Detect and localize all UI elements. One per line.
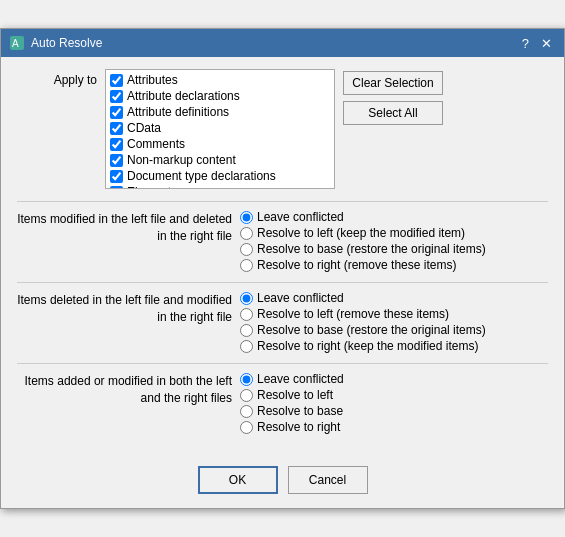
listbox-item: Non-markup content [108,152,332,168]
apply-to-checkbox-4[interactable] [110,138,123,151]
radio-label: Resolve to right (remove these items) [257,258,456,272]
radio-section1-1[interactable] [240,227,253,240]
apply-to-item-label: Attributes [127,73,178,87]
cancel-button[interactable]: Cancel [288,466,368,494]
title-bar-left: A Auto Resolve [9,35,102,51]
radio-section1-3[interactable] [240,259,253,272]
apply-to-checkbox-5[interactable] [110,154,123,167]
help-button[interactable]: ? [518,37,533,50]
radio-label: Resolve to base (restore the original it… [257,242,486,256]
radio-item: Resolve to right (keep the modified item… [240,339,486,353]
svg-text:A: A [12,38,19,49]
close-button[interactable]: ✕ [537,37,556,50]
apply-to-listbox[interactable]: AttributesAttribute declarationsAttribut… [105,69,335,189]
dialog-footer: OK Cancel [1,456,564,508]
radio-section2-1[interactable] [240,308,253,321]
radio-section1-2[interactable] [240,243,253,256]
radio-item: Resolve to left [240,388,344,402]
title-bar-controls: ? ✕ [518,37,556,50]
apply-to-item-label: Attribute declarations [127,89,240,103]
radio-section2-3[interactable] [240,340,253,353]
side-buttons: Clear Selection Select All [343,69,443,189]
apply-to-item-label: Comments [127,137,185,151]
apply-to-label: Apply to [17,69,97,87]
apply-to-item-label: Attribute definitions [127,105,229,119]
apply-to-checkbox-2[interactable] [110,106,123,119]
radio-group-2: Leave conflictedResolve to left (remove … [240,291,486,353]
listbox-item: Comments [108,136,332,152]
radio-group-3: Leave conflictedResolve to leftResolve t… [240,372,344,434]
clear-selection-button[interactable]: Clear Selection [343,71,443,95]
apply-to-checkbox-0[interactable] [110,74,123,87]
apply-to-item-label: Document type declarations [127,169,276,183]
apply-to-row: Apply to AttributesAttribute declaration… [17,69,548,189]
window-title: Auto Resolve [31,36,102,50]
auto-resolve-dialog: A Auto Resolve ? ✕ Apply to AttributesAt… [0,28,565,509]
apply-to-item-label: Elements [127,185,177,189]
radio-section3-1[interactable] [240,389,253,402]
radio-label: Resolve to right (keep the modified item… [257,339,478,353]
radio-item: Leave conflicted [240,372,344,386]
radio-section3-3[interactable] [240,421,253,434]
app-icon: A [9,35,25,51]
radio-item: Leave conflicted [240,291,486,305]
listbox-item: Document type declarations [108,168,332,184]
section-label-1: Items modified in the left file and dele… [17,210,232,245]
radio-section3-2[interactable] [240,405,253,418]
listbox-item: Attribute declarations [108,88,332,104]
apply-to-checkbox-7[interactable] [110,186,123,190]
radio-label: Resolve to base (restore the original it… [257,323,486,337]
radio-item: Resolve to right (remove these items) [240,258,486,272]
dialog-content: Apply to AttributesAttribute declaration… [1,57,564,456]
divider-2 [17,282,548,283]
listbox-item: CData [108,120,332,136]
radio-item: Resolve to left (keep the modified item) [240,226,486,240]
apply-to-item-label: CData [127,121,161,135]
ok-button[interactable]: OK [198,466,278,494]
listbox-container: AttributesAttribute declarationsAttribut… [105,69,548,189]
radio-item: Resolve to left (remove these items) [240,307,486,321]
radio-item: Resolve to right [240,420,344,434]
radio-section2-2[interactable] [240,324,253,337]
section-1: Items modified in the left file and dele… [17,210,548,272]
radio-group-1: Leave conflictedResolve to left (keep th… [240,210,486,272]
radio-item: Resolve to base (restore the original it… [240,242,486,256]
radio-section2-0[interactable] [240,292,253,305]
listbox-item: Elements [108,184,332,189]
divider-1 [17,201,548,202]
radio-section1-0[interactable] [240,211,253,224]
listbox-item: Attributes [108,72,332,88]
radio-item: Resolve to base [240,404,344,418]
section-label-3: Items added or modified in both the left… [17,372,232,407]
radio-label: Resolve to left [257,388,333,402]
apply-to-checkbox-3[interactable] [110,122,123,135]
apply-to-checkbox-6[interactable] [110,170,123,183]
section-3: Items added or modified in both the left… [17,372,548,434]
radio-label: Resolve to left (remove these items) [257,307,449,321]
listbox-item: Attribute definitions [108,104,332,120]
section-label-2: Items deleted in the left file and modif… [17,291,232,326]
radio-label: Leave conflicted [257,291,344,305]
apply-to-checkbox-1[interactable] [110,90,123,103]
radio-label: Resolve to base [257,404,343,418]
divider-3 [17,363,548,364]
radio-item: Leave conflicted [240,210,486,224]
radio-section3-0[interactable] [240,373,253,386]
radio-label: Resolve to right [257,420,340,434]
apply-to-item-label: Non-markup content [127,153,236,167]
radio-label: Leave conflicted [257,372,344,386]
radio-item: Resolve to base (restore the original it… [240,323,486,337]
title-bar: A Auto Resolve ? ✕ [1,29,564,57]
sections-container: Items modified in the left file and dele… [17,210,548,434]
radio-label: Leave conflicted [257,210,344,224]
section-2: Items deleted in the left file and modif… [17,291,548,353]
radio-label: Resolve to left (keep the modified item) [257,226,465,240]
select-all-button[interactable]: Select All [343,101,443,125]
